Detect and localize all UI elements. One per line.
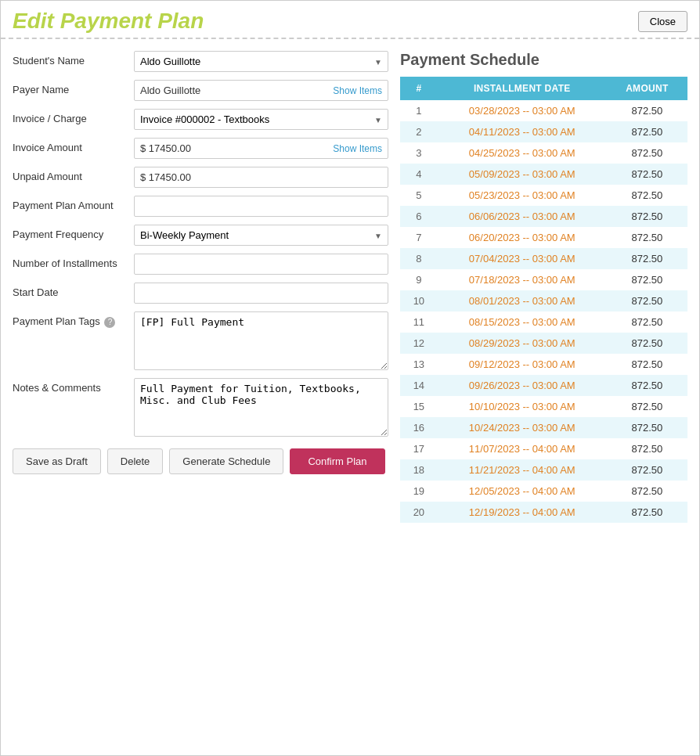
row-amount: 872.50	[607, 459, 687, 481]
left-panel: Student's Name Aldo Guillotte Payer Name…	[13, 51, 388, 523]
installments-row: Number of Installments 20	[13, 254, 388, 275]
row-amount: 872.50	[607, 248, 687, 269]
close-button[interactable]: Close	[638, 11, 687, 32]
payer-name-label: Payer Name	[13, 80, 134, 95]
installments-label: Number of Installments	[13, 254, 134, 269]
payer-name-row: Payer Name Aldo Guillotte Show Items	[13, 80, 388, 101]
page-title: Edit Payment Plan	[13, 9, 204, 34]
plan-amount-label: Payment Plan Amount	[13, 196, 134, 211]
student-name-select-wrapper[interactable]: Aldo Guillotte	[134, 51, 388, 72]
row-amount: 872.50	[607, 269, 687, 290]
frequency-select-wrapper[interactable]: Bi-Weekly Payment	[134, 225, 388, 246]
col-header-amount: AMOUNT	[607, 77, 687, 100]
schedule-row: 7 06/20/2023 -- 03:00 AM 872.50	[400, 227, 687, 248]
schedule-table-head: # INSTALLMENT DATE AMOUNT	[400, 77, 687, 100]
row-date: 04/25/2023 -- 03:00 AM	[438, 142, 607, 164]
student-name-select[interactable]: Aldo Guillotte	[134, 51, 388, 72]
row-amount: 872.50	[607, 396, 687, 417]
unpaid-amount-field: $ 17450.00	[134, 167, 388, 188]
row-num: 10	[400, 290, 438, 311]
header: Edit Payment Plan Close	[1, 1, 699, 39]
frequency-label: Payment Frequency	[13, 225, 134, 240]
notes-row: Notes & Comments Full Payment for Tuitio…	[13, 378, 388, 437]
start-date-input[interactable]: 03/27/2023	[134, 283, 388, 304]
invoice-charge-row: Invoice / Charge Invoice #000002 - Textb…	[13, 109, 388, 130]
tags-row: Payment Plan Tags ? [FP] Full Payment	[13, 311, 388, 370]
right-panel: Payment Schedule # INSTALLMENT DATE AMOU…	[400, 51, 687, 523]
schedule-row: 13 09/12/2023 -- 03:00 AM 872.50	[400, 354, 687, 375]
plan-amount-row: Payment Plan Amount 17450	[13, 196, 388, 217]
delete-button[interactable]: Delete	[107, 448, 164, 474]
col-header-num: #	[400, 77, 438, 100]
schedule-header-row: # INSTALLMENT DATE AMOUNT	[400, 77, 687, 100]
invoice-amount-field: $ 17450.00 Show Items	[134, 138, 388, 159]
schedule-row: 6 06/06/2023 -- 03:00 AM 872.50	[400, 206, 687, 227]
invoice-charge-select[interactable]: Invoice #000002 - Textbooks	[134, 109, 388, 130]
row-date: 11/07/2023 -- 04:00 AM	[438, 438, 607, 459]
row-amount: 872.50	[607, 121, 687, 142]
row-num: 14	[400, 375, 438, 396]
schedule-table-body: 1 03/28/2023 -- 03:00 AM 872.50 2 04/11/…	[400, 100, 687, 523]
row-date: 07/18/2023 -- 03:00 AM	[438, 269, 607, 290]
notes-textarea[interactable]: Full Payment for Tuition, Textbooks, Mis…	[134, 378, 388, 437]
schedule-row: 8 07/04/2023 -- 03:00 AM 872.50	[400, 248, 687, 269]
schedule-row: 3 04/25/2023 -- 03:00 AM 872.50	[400, 142, 687, 164]
schedule-table: # INSTALLMENT DATE AMOUNT 1 03/28/2023 -…	[400, 77, 687, 523]
tags-help-icon[interactable]: ?	[104, 317, 115, 328]
row-num: 12	[400, 333, 438, 354]
row-num: 17	[400, 438, 438, 459]
frequency-row: Payment Frequency Bi-Weekly Payment	[13, 225, 388, 246]
start-date-row: Start Date 03/27/2023	[13, 283, 388, 304]
row-date: 10/10/2023 -- 03:00 AM	[438, 396, 607, 417]
payer-name-field: Aldo Guillotte Show Items	[134, 80, 388, 101]
row-date: 08/01/2023 -- 03:00 AM	[438, 290, 607, 311]
schedule-row: 11 08/15/2023 -- 03:00 AM 872.50	[400, 311, 687, 333]
row-num: 7	[400, 227, 438, 248]
schedule-row: 9 07/18/2023 -- 03:00 AM 872.50	[400, 269, 687, 290]
row-amount: 872.50	[607, 375, 687, 396]
installments-input[interactable]: 20	[134, 254, 388, 275]
row-num: 2	[400, 121, 438, 142]
row-amount: 872.50	[607, 481, 687, 502]
confirm-plan-button[interactable]: Confirm Plan	[290, 448, 384, 474]
row-num: 1	[400, 100, 438, 121]
row-num: 6	[400, 206, 438, 227]
row-num: 8	[400, 248, 438, 269]
invoice-amount-label: Invoice Amount	[13, 138, 134, 153]
frequency-select[interactable]: Bi-Weekly Payment	[134, 225, 388, 246]
row-date: 06/20/2023 -- 03:00 AM	[438, 227, 607, 248]
row-date: 06/06/2023 -- 03:00 AM	[438, 206, 607, 227]
row-num: 18	[400, 459, 438, 481]
row-amount: 872.50	[607, 206, 687, 227]
save-draft-button[interactable]: Save as Draft	[13, 448, 101, 474]
row-amount: 872.50	[607, 290, 687, 311]
invoice-charge-select-wrapper[interactable]: Invoice #000002 - Textbooks	[134, 109, 388, 130]
notes-label: Notes & Comments	[13, 378, 134, 394]
row-num: 15	[400, 396, 438, 417]
row-date: 08/29/2023 -- 03:00 AM	[438, 333, 607, 354]
tags-label: Payment Plan Tags ?	[13, 311, 134, 328]
payer-name-value: Aldo Guillotte	[140, 85, 200, 96]
plan-amount-input[interactable]: 17450	[134, 196, 388, 217]
row-num: 13	[400, 354, 438, 375]
row-amount: 872.50	[607, 333, 687, 354]
tags-textarea[interactable]: [FP] Full Payment	[134, 311, 388, 370]
row-num: 16	[400, 417, 438, 438]
schedule-row: 17 11/07/2023 -- 04:00 AM 872.50	[400, 438, 687, 459]
row-num: 3	[400, 142, 438, 164]
row-num: 11	[400, 311, 438, 333]
invoice-show-items-link[interactable]: Show Items	[333, 143, 382, 154]
schedule-row: 12 08/29/2023 -- 03:00 AM 872.50	[400, 333, 687, 354]
schedule-title: Payment Schedule	[400, 51, 687, 69]
row-amount: 872.50	[607, 438, 687, 459]
row-amount: 872.50	[607, 311, 687, 333]
schedule-row: 14 09/26/2023 -- 03:00 AM 872.50	[400, 375, 687, 396]
row-num: 4	[400, 164, 438, 185]
invoice-charge-label: Invoice / Charge	[13, 109, 134, 124]
schedule-row: 10 08/01/2023 -- 03:00 AM 872.50	[400, 290, 687, 311]
row-date: 08/15/2023 -- 03:00 AM	[438, 311, 607, 333]
generate-schedule-button[interactable]: Generate Schedule	[169, 448, 283, 474]
row-amount: 872.50	[607, 142, 687, 164]
row-date: 09/12/2023 -- 03:00 AM	[438, 354, 607, 375]
payer-show-items-link[interactable]: Show Items	[333, 85, 382, 96]
